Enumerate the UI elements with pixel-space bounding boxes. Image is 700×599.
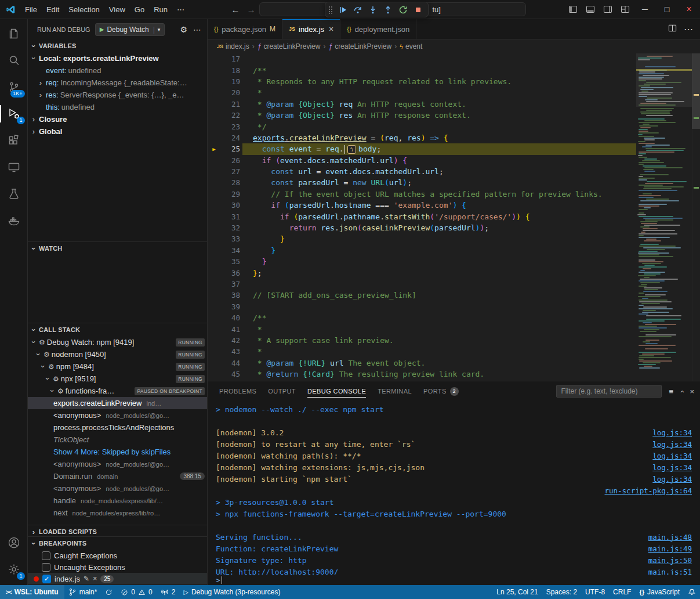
code-line[interactable]: 32 return res.json(caseLinkPreview(parse… — [208, 222, 636, 233]
panel-tab-problems[interactable]: PROBLEMS — [213, 381, 262, 401]
tab-index.js[interactable]: JSindex.js× — [282, 19, 340, 39]
output-actions-icon[interactable]: ≡ — [669, 387, 673, 396]
code-line[interactable]: 18/** — [208, 64, 636, 75]
git-branch[interactable]: main* — [64, 585, 101, 599]
stack-frame[interactable]: process.processTicksAndRejections — [28, 421, 207, 434]
menu-item-run[interactable]: Run — [149, 3, 172, 16]
step-over-button[interactable] — [351, 3, 365, 16]
indentation-indicator[interactable]: Spaces: 2 — [542, 585, 581, 599]
stack-frame[interactable]: ›⚙npm [9484]RUNNING — [28, 360, 207, 373]
customize-layout-icon[interactable] — [616, 0, 634, 19]
toggle-panel-icon[interactable] — [582, 0, 599, 19]
console-line[interactable]: Signature type: httpmain.js:50 — [216, 554, 692, 566]
code-line[interactable]: 30 if (parsedUrl.hostname === 'example.c… — [208, 200, 636, 211]
forwarded-ports-indicator[interactable]: 2 — [157, 585, 180, 599]
console-line[interactable]: > npx functions-framework --target=creat… — [216, 508, 692, 519]
variable-row[interactable]: ›Local: exports.createLinkPreview — [28, 52, 207, 64]
console-filter-input[interactable] — [556, 385, 662, 398]
more-actions-icon[interactable]: ⋯ — [193, 25, 201, 34]
minimize-button[interactable]: ─ — [634, 0, 656, 19]
toggle-sidebar-icon[interactable] — [564, 0, 582, 19]
language-mode[interactable]: {} JavaScript — [635, 585, 684, 599]
maximize-button[interactable]: □ — [656, 0, 678, 19]
console-line[interactable]: [nodemon] watching extensions: js,mjs,cj… — [216, 461, 692, 473]
command-center[interactable]: tu] — [259, 2, 526, 16]
menu-item-edit[interactable]: Edit — [42, 3, 64, 16]
stack-frame[interactable]: Show 4 More: Skipped by skipFiles — [28, 446, 207, 458]
source-link[interactable]: log.js:34 — [652, 452, 692, 460]
console-line[interactable]: > 3p-resources@1.0.0 start — [216, 496, 692, 508]
code-line[interactable]: 20 * — [208, 87, 636, 98]
debug-status[interactable]: ▷ Debug Watch (3p-resources) — [179, 585, 284, 599]
run-and-debug-icon[interactable]: 1 — [0, 100, 28, 127]
source-link[interactable]: main.js:48 — [648, 533, 692, 542]
source-link[interactable]: main.js:50 — [648, 556, 692, 565]
console-line[interactable]: [nodemon] watching path(s): **/*log.js:3… — [216, 450, 692, 461]
panel-tab-terminal[interactable]: TERMINAL — [372, 381, 418, 401]
nav-forward-icon[interactable]: → — [247, 5, 256, 15]
twisty-icon[interactable]: › — [34, 351, 43, 358]
stack-frame[interactable]: TickObject — [28, 434, 207, 446]
breadcrumb-item[interactable]: ƒcreateLinkPreview — [257, 42, 321, 50]
step-out-button[interactable] — [381, 3, 395, 16]
source-link[interactable]: log.js:34 — [652, 428, 692, 437]
toggle-secondary-sidebar-icon[interactable] — [599, 0, 616, 19]
code-line[interactable]: 27 const url = event.docs.matchedUrl.url… — [208, 166, 636, 177]
twisty-icon[interactable]: › — [37, 91, 44, 99]
code-line[interactable]: 33 } — [208, 233, 636, 244]
panel-tab-ports[interactable]: PORTS2 — [418, 381, 465, 401]
code-editor[interactable]: 1718/**19 * Responds to any HTTP request… — [208, 53, 700, 381]
code-line[interactable]: 39 — [208, 301, 636, 312]
stack-frame[interactable]: handlenode_modules/express/lib/… — [28, 495, 207, 507]
twisty-icon[interactable]: › — [30, 115, 37, 124]
cursor-position[interactable]: Ln 25, Col 21 — [492, 585, 542, 599]
twisty-icon[interactable]: › — [48, 388, 57, 395]
console-line[interactable]: URL: http://localhost:9000/main.js:51 — [216, 566, 692, 575]
code-line[interactable]: 28 const parsedUrl = new URL(url); — [208, 177, 636, 188]
console-line[interactable]: [nodemon] 3.0.2log.js:34 — [216, 427, 692, 438]
testing-icon[interactable] — [0, 181, 28, 207]
twisty-icon[interactable]: › — [30, 55, 38, 62]
source-control-icon[interactable]: 1K+ — [0, 74, 28, 100]
code-line[interactable]: 40/** — [208, 312, 636, 323]
variable-row[interactable]: ›Closure — [28, 113, 207, 125]
code-line[interactable]: 17 — [208, 53, 636, 64]
stack-frame[interactable]: <anonymous>node_modules/@go… — [28, 458, 207, 470]
menu-item-selection[interactable]: Selection — [64, 3, 104, 16]
remote-explorer-icon[interactable] — [0, 154, 28, 181]
twisty-icon[interactable]: › — [43, 376, 52, 383]
code-line[interactable]: 37 — [208, 279, 636, 290]
source-link[interactable]: log.js:34 — [652, 463, 692, 472]
accounts-icon[interactable] — [0, 529, 28, 556]
code-line[interactable]: 34 } — [208, 245, 636, 256]
eol-indicator[interactable]: CRLF — [609, 585, 635, 599]
stack-frame[interactable]: exports.createLinkPreviewind… — [28, 397, 207, 409]
twisty-icon[interactable]: › — [39, 363, 48, 370]
restart-button[interactable] — [396, 3, 410, 16]
breadcrumb-item[interactable]: ƒcreateLinkPreview — [328, 42, 391, 50]
toolbar-grip-icon[interactable] — [328, 6, 333, 14]
twisty-icon[interactable]: › — [37, 78, 44, 87]
console-line[interactable]: Function: createLinkPreviewmain.js:49 — [216, 543, 692, 554]
twisty-icon[interactable]: › — [30, 339, 38, 346]
close-panel-icon[interactable]: × — [690, 387, 694, 396]
source-link[interactable]: log.js:34 — [652, 440, 692, 449]
nav-back-icon[interactable]: ← — [231, 5, 240, 15]
code-line[interactable]: 23 */ — [208, 121, 636, 132]
menu-item-go[interactable]: Go — [130, 3, 149, 16]
breakpoint-checkbox[interactable]: ✓ — [42, 575, 51, 583]
search-icon[interactable] — [0, 47, 28, 74]
code-line[interactable]: 42 * A support case link preview. — [208, 335, 636, 346]
console-line[interactable]: Serving function...main.js:48 — [216, 531, 692, 543]
code-line[interactable]: 43 * — [208, 346, 636, 357]
console-line[interactable]: run-script-pkg.js:64 — [216, 485, 692, 496]
console-line[interactable]: [nodemon] starting `npm start`log.js:34 — [216, 473, 692, 485]
code-line[interactable]: 35 } — [208, 256, 636, 267]
code-line[interactable]: 21 * @param {Object} req An HTTP request… — [208, 99, 636, 110]
edit-breakpoint-icon[interactable]: ✎ — [84, 575, 89, 583]
panel-tab-debug-console[interactable]: DEBUG CONSOLE — [302, 381, 372, 401]
source-link[interactable]: log.js:34 — [652, 475, 692, 483]
variable-row[interactable]: ›this:undefined — [28, 101, 207, 113]
close-tab-icon[interactable]: × — [329, 24, 333, 34]
variable-row[interactable]: ›res:ServerResponse {_events: {…}, _e… — [28, 89, 207, 101]
